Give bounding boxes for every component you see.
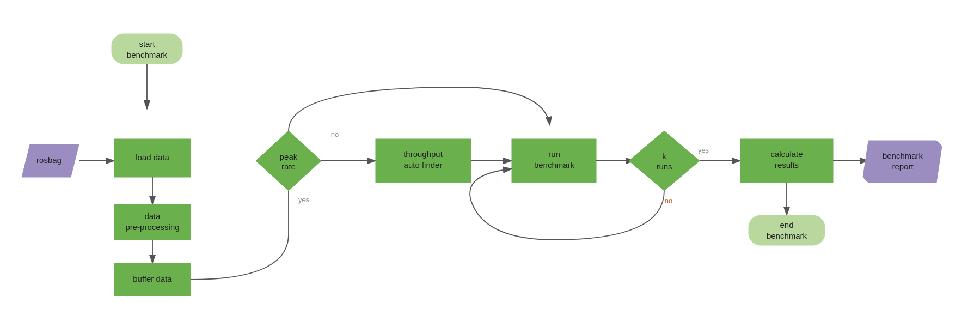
k-runs-no-label: no	[665, 197, 672, 205]
buffer-data-label: buffer data	[133, 274, 172, 283]
throughput-label2: auto finder	[404, 160, 443, 169]
end-benchmark-label: end	[780, 220, 793, 229]
benchmark-report-label: benchmark	[883, 151, 923, 160]
k-runs-yes-label: yes	[698, 146, 709, 154]
end-benchmark-label2: benchmark	[767, 231, 807, 240]
run-benchmark-label: run	[548, 149, 560, 159]
peak-rate-label: peak	[280, 152, 298, 161]
flowchart-diagram: rosbag start benchmark load data data pr…	[0, 0, 980, 327]
run-benchmark-label2: benchmark	[534, 160, 575, 169]
data-preprocessing-label2: pre-processing	[125, 222, 179, 232]
benchmark-report-label2: report	[892, 162, 914, 171]
k-runs-node	[629, 131, 700, 191]
k-runs-label2: runs	[656, 162, 672, 171]
peak-rate-label2: rate	[281, 162, 296, 171]
start-benchmark-label: start	[139, 39, 155, 49]
data-preprocessing-label: data	[144, 211, 161, 221]
start-benchmark-label2: benchmark	[127, 50, 168, 59]
k-runs-label: k	[662, 152, 666, 161]
load-data-label: load data	[136, 153, 169, 162]
throughput-label: throughput	[403, 149, 443, 159]
peak-rate-yes-label: yes	[298, 196, 310, 204]
peak-rate-no-label: no	[331, 130, 339, 138]
rosbag-label: rosbag	[36, 155, 62, 165]
calculate-results-label: calculate	[770, 149, 803, 159]
calculate-results-label2: results	[775, 160, 799, 169]
